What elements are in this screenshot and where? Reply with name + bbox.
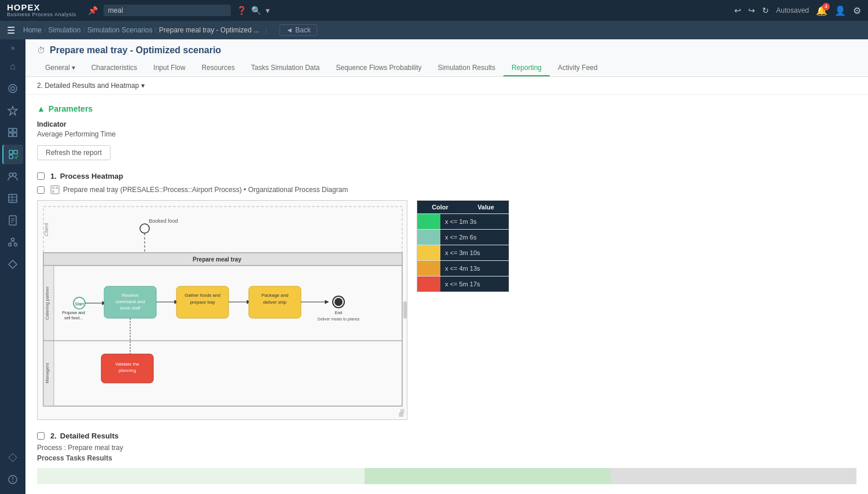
notification-icon[interactable]: 🔔 4 xyxy=(816,5,827,16)
svg-text:Client: Client xyxy=(43,223,49,237)
svg-rect-39 xyxy=(43,253,402,406)
legend-header-row: Color Value xyxy=(417,201,509,213)
sidebar-item-table[interactable] xyxy=(2,189,23,208)
svg-text:prepare tray: prepare tray xyxy=(190,300,215,305)
tab-resources[interactable]: Resources xyxy=(193,60,242,76)
detailed-results-number: 2. xyxy=(50,432,57,440)
heatmap-title-row: 1. Process Heatmap xyxy=(37,172,856,180)
svg-rect-8 xyxy=(14,150,17,154)
svg-text:planning: planning xyxy=(119,368,136,373)
svg-rect-5 xyxy=(9,133,12,137)
sidebar-item-processes[interactable] xyxy=(2,79,23,98)
sidebar-collapse-icon[interactable]: » xyxy=(11,44,15,52)
svg-text:command and: command and xyxy=(116,299,145,304)
legend-color-header: Color xyxy=(417,201,463,213)
detailed-results-checkbox[interactable] xyxy=(37,432,45,440)
secondary-navbar: ☰ Home / Simulation / Simulation Scenari… xyxy=(0,21,868,39)
indicator-value: Average Performing Time xyxy=(37,130,856,138)
svg-point-22 xyxy=(14,244,17,246)
tab-sequence-flows[interactable]: Sequence Flows Probability xyxy=(328,60,430,76)
sidebar-item-simulation[interactable] xyxy=(2,145,23,164)
sidebar-item-team[interactable] xyxy=(2,167,23,186)
back-button[interactable]: ◄ Back xyxy=(279,24,317,36)
breadcrumb-simulation-scenarios[interactable]: Simulation Scenarios xyxy=(87,26,153,34)
breadcrumb-home[interactable]: Home xyxy=(23,26,42,34)
svg-text:Managers: Managers xyxy=(45,363,50,384)
svg-text:Start: Start xyxy=(75,302,84,306)
svg-rect-12 xyxy=(9,194,17,202)
back-arrow-icon: ◄ xyxy=(286,26,293,34)
tab-input-flow[interactable]: Input Flow xyxy=(145,60,193,76)
sidebar-item-reports[interactable] xyxy=(2,211,23,230)
page-header: ⏱ Prepare meal tray - Optimized scenario… xyxy=(25,39,868,77)
legend-color-3 xyxy=(417,245,440,260)
svg-point-10 xyxy=(9,173,13,176)
refresh-report-button[interactable]: Refresh the report xyxy=(37,145,111,160)
heatmap-checkbox[interactable] xyxy=(37,172,45,180)
diagram-resize-handle[interactable]: ⊞ xyxy=(399,411,406,418)
sidebar-item-grid[interactable] xyxy=(2,123,23,142)
help-icon[interactable]: ❓ xyxy=(237,6,247,15)
breadcrumb-simulation[interactable]: Simulation xyxy=(48,26,80,34)
tab-reporting[interactable]: Reporting xyxy=(503,60,550,76)
detailed-results-section: 2. Detailed Results Process : Prepare me… xyxy=(37,432,856,484)
sub-nav-dropdown[interactable]: 2. Detailed Results and Heatmap ▾ xyxy=(37,82,856,90)
svg-rect-3 xyxy=(9,128,12,132)
user-icon[interactable]: 👤 xyxy=(834,5,846,16)
sidebar-item-home[interactable]: ⌂ xyxy=(2,57,23,76)
svg-text:Validate the: Validate the xyxy=(115,362,139,367)
sidebar-item-bottom1[interactable] xyxy=(2,448,23,467)
svg-point-67 xyxy=(334,298,343,306)
legend-color-2 xyxy=(417,230,440,245)
diagram-container[interactable]: Client Booked food Prepare meal tray xyxy=(37,200,407,420)
process-checkbox[interactable] xyxy=(37,186,45,194)
legend-row-3: x <= 3m 10s xyxy=(417,245,509,260)
tab-simulation-results[interactable]: Simulation Results xyxy=(430,60,503,76)
content-area: ⏱ Prepare meal tray - Optimized scenario… xyxy=(25,39,868,494)
undo-icon[interactable]: ↩ xyxy=(734,6,741,15)
parameters-toggle-icon[interactable]: ▲ xyxy=(37,104,45,113)
refresh-icon[interactable]: ↻ xyxy=(762,6,769,15)
tab-activity-feed[interactable]: Activity Feed xyxy=(550,60,606,76)
svg-rect-4 xyxy=(13,128,17,132)
page-title-icon: ⏱ xyxy=(37,46,45,55)
svg-text:Gather foods and: Gather foods and xyxy=(185,293,220,298)
tab-tasks-simulation-data[interactable]: Tasks Simulation Data xyxy=(243,60,328,76)
svg-text:Catering partner: Catering partner xyxy=(45,286,50,320)
svg-text:Booked food: Booked food xyxy=(149,218,178,224)
legend-row-2: x <= 2m 6s xyxy=(417,229,509,245)
settings-icon[interactable]: ⚙ xyxy=(853,5,861,16)
svg-point-11 xyxy=(13,173,16,176)
svg-text:sell food...: sell food... xyxy=(64,316,83,320)
svg-point-21 xyxy=(9,244,12,246)
detailed-results-title-row: 2. Detailed Results xyxy=(37,432,856,440)
svg-marker-2 xyxy=(8,106,17,115)
sidebar-item-circle[interactable] xyxy=(2,233,23,252)
pin-icon[interactable]: 📌 xyxy=(88,6,98,15)
sidebar-item-favorites[interactable] xyxy=(2,101,23,120)
svg-rect-31 xyxy=(52,187,54,189)
svg-point-20 xyxy=(12,238,14,241)
redo-icon[interactable]: ↪ xyxy=(748,6,755,15)
page-title: Prepare meal tray - Optimized scenario xyxy=(50,45,221,56)
diagram-right-handle[interactable] xyxy=(403,301,407,319)
svg-point-29 xyxy=(12,481,13,482)
dropdown-icon[interactable]: ▾ xyxy=(266,6,270,15)
topbar-right: ↩ ↪ ↻ Autosaved 🔔 4 👤 ⚙ xyxy=(734,5,861,16)
legend-row-1: x <= 1m 3s xyxy=(417,213,509,229)
sidebar-item-bottom2[interactable] xyxy=(2,470,23,489)
search-input[interactable] xyxy=(104,5,231,16)
svg-line-23 xyxy=(10,241,13,244)
sidebar-item-diamond[interactable] xyxy=(2,255,23,274)
page-body: ▲ Parameters Indicator Average Performin… xyxy=(25,95,868,493)
legend-table: Color Value x <= 1m 3s x <= 2m 6s xyxy=(417,200,509,292)
tasks-results-label: Process Tasks Results xyxy=(37,454,856,462)
svg-marker-25 xyxy=(9,260,17,268)
legend-value-2: x <= 2m 6s xyxy=(440,230,509,245)
search-icon[interactable]: 🔍 xyxy=(251,6,261,15)
tab-characteristics[interactable]: Characteristics xyxy=(83,60,145,76)
process-label-row: Prepare meal tray (PRESALES::Process::Ai… xyxy=(37,185,856,194)
hamburger-icon[interactable]: ☰ xyxy=(7,25,15,36)
tab-general[interactable]: General ▾ xyxy=(37,60,83,76)
svg-rect-6 xyxy=(13,133,17,137)
